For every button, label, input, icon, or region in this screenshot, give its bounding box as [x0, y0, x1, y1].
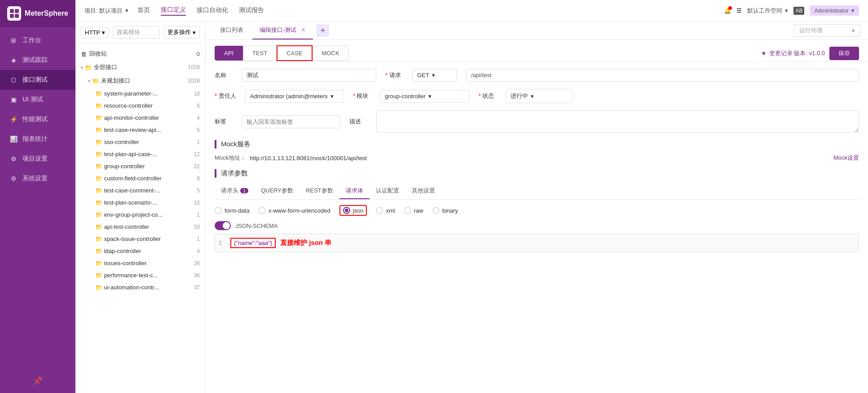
tab-test[interactable]: TEST	[243, 46, 277, 61]
nav-api-auto[interactable]: 接口自动化	[197, 6, 228, 15]
sidebar-item-project[interactable]: ⚙ 项目设置	[0, 149, 75, 169]
tree-folder-9[interactable]: 📁 test-plan-scenario-... 15	[75, 196, 205, 209]
recycle-bin[interactable]: 🗑 回收站 0	[75, 47, 205, 61]
body-type-json[interactable]: json	[339, 205, 367, 216]
main-content: API TEST CASE MOCK ★ 变更记录 版本: v1.0.0 保存	[206, 40, 868, 393]
tree-folder-13[interactable]: 📁 ldap-controller 4	[75, 245, 205, 257]
save-button[interactable]: 保存	[829, 47, 859, 60]
body-type-label: xml	[386, 207, 395, 214]
req-tab-label: 认证配置	[376, 187, 399, 195]
desc-textarea[interactable]	[376, 110, 859, 133]
json-schema-toggle[interactable]	[215, 221, 231, 230]
svg-rect-2	[10, 14, 14, 18]
sidebar-item-perf[interactable]: ⚡ 性能测试	[0, 109, 75, 129]
tree-folder-6[interactable]: 📁 group-controller 22	[75, 160, 205, 172]
sidebar-item-ui[interactable]: ▣ UI 测试	[0, 90, 75, 109]
code-area[interactable]: 1 {"name":"aaa"} 直接维护 json 串	[215, 234, 859, 252]
tab-close-icon[interactable]: ✕	[301, 26, 306, 33]
tree-folder-12[interactable]: 📁 xpack-issue-controller 1	[75, 233, 205, 245]
folder-icon: 📁	[95, 90, 102, 97]
sidebar-item-track[interactable]: ◈ 测试跟踪	[0, 50, 75, 70]
tab-mock[interactable]: MOCK	[313, 46, 349, 61]
mock-settings-link[interactable]: Mock设置	[833, 154, 859, 162]
tree-folder-3[interactable]: 📁 test-case-review-api... 5	[75, 124, 205, 136]
sidebar-item-dashboard[interactable]: ⊞ 工作台	[0, 31, 75, 50]
tree-folder-15[interactable]: 📁 performance-test-c... 36	[75, 269, 205, 281]
status-selector[interactable]: 进行中 ▾	[506, 89, 573, 103]
tree-folder-10[interactable]: 📁 env-group-project-co... 1	[75, 209, 205, 221]
folder-icon: 📁	[95, 127, 102, 133]
status-label: 状态	[479, 92, 497, 100]
search-box[interactable]: 搜索模块	[113, 26, 160, 39]
tab-case[interactable]: CASE	[277, 45, 312, 61]
user-info[interactable]: Administrator ▾	[810, 5, 859, 16]
tree-folder-0[interactable]: 📁 system-parameter-... 18	[75, 87, 205, 100]
req-tab-query[interactable]: QUERY参数	[255, 183, 300, 199]
radio-icon	[343, 207, 350, 214]
req-tab-auth[interactable]: 认证配置	[370, 183, 405, 199]
nav-home[interactable]: 首页	[137, 6, 150, 15]
req-tab-body[interactable]: 请求体	[339, 183, 370, 199]
tree-folder-5[interactable]: 📁 test-plan-api-case-... 12	[75, 148, 205, 160]
chevron-icon: ▾	[88, 79, 90, 83]
tree-folder-1[interactable]: 📁 resource-controller 6	[75, 100, 205, 112]
tree-unplanned[interactable]: ▾ 📁 未规划接口 1028	[75, 74, 205, 87]
folder-name: test-case-comment-...	[104, 187, 161, 194]
tree-folder-2[interactable]: 📁 api-monitor-controller 4	[75, 112, 205, 124]
code-content[interactable]: {"name":"aaa"}	[230, 238, 276, 248]
tab-label: 编辑接口-测试	[260, 26, 296, 33]
sidebar-item-report[interactable]: 📊 报表统计	[0, 129, 75, 149]
tree-all-apis[interactable]: ▾ 📁 全部接口 1028	[75, 61, 205, 74]
body-type-form-data[interactable]: form-data	[215, 207, 250, 214]
svg-rect-0	[10, 9, 14, 13]
folder-icon: 📁	[85, 64, 92, 71]
req-tab-label: 其他设置	[412, 187, 435, 195]
name-input[interactable]	[242, 69, 376, 82]
version-link[interactable]: ★ 变更记录 版本: v1.0.0	[761, 49, 825, 57]
http-selector[interactable]: HTTP ▾	[81, 27, 109, 38]
tree-folder-14[interactable]: 📁 issues-controller 26	[75, 257, 205, 269]
json-highlight-box: json	[339, 205, 367, 216]
tree-folder-8[interactable]: 📁 test-case-comment-... 5	[75, 184, 205, 196]
sidebar-item-system[interactable]: ⚙ 系统设置	[0, 169, 75, 188]
folder-count: 36	[194, 272, 200, 279]
req-tab-label: 请求头	[221, 187, 238, 195]
tab-api[interactable]: API	[215, 46, 243, 61]
tab-api-list[interactable]: 接口列表	[213, 22, 251, 39]
tab-edit-test[interactable]: 编辑接口-测试 ✕	[252, 22, 313, 39]
body-type-raw[interactable]: raw	[404, 207, 423, 214]
folder-icon: 📁	[95, 175, 102, 182]
app-name: MeterSphere	[25, 9, 68, 17]
tree-folder-4[interactable]: 📁 sso-controller 1	[75, 136, 205, 148]
project-selector[interactable]: 项目: 默认项目 ▾	[84, 7, 128, 15]
req-tab-other[interactable]: 其他设置	[405, 183, 441, 199]
more-ops-button[interactable]: 更多操作 ▾	[163, 26, 200, 39]
body-type-binary[interactable]: binary	[432, 207, 458, 214]
json-schema-label: JSON-SCHEMA	[235, 223, 278, 229]
path-input[interactable]	[466, 69, 859, 82]
nav-api-def[interactable]: 接口定义	[161, 6, 186, 16]
nav-test-report[interactable]: 测试报告	[239, 6, 264, 15]
topbar-right: 🔔 ☰ 默认工作空间 ▾ AB Administrator ▾	[724, 5, 859, 16]
tree-folder-7[interactable]: 📁 custom-field-controller 9	[75, 172, 205, 184]
body-type-xml[interactable]: xml	[376, 207, 395, 214]
folder-icon: 📁	[95, 151, 102, 157]
sidebar-item-label: 项目设置	[22, 155, 48, 163]
tag-input[interactable]	[242, 115, 340, 128]
run-env-selector[interactable]: 运行环境 ▾	[793, 24, 861, 37]
pin-icon[interactable]: 📌	[33, 376, 43, 386]
ab-icon: AB	[793, 7, 804, 15]
tree-folder-16[interactable]: 📁 ui-automation-contr... 37	[75, 281, 205, 293]
responsible-selector[interactable]: Administrator (admin@meters ▾	[245, 90, 344, 103]
tab-add-button[interactable]: +	[317, 24, 329, 37]
body-type-urlencoded[interactable]: x-www-form-urlencoded	[259, 207, 330, 214]
sidebar-item-api[interactable]: ⬡ 接口测试	[0, 70, 75, 90]
req-tab-rest[interactable]: REST参数	[300, 183, 339, 199]
module-selector[interactable]: group-controller ▾	[380, 90, 470, 103]
req-tab-header[interactable]: 请求头 1	[215, 183, 255, 199]
method-selector[interactable]: GET ▾	[412, 69, 457, 82]
notification-icon[interactable]: 🔔	[724, 7, 731, 14]
tree-folder-11[interactable]: 📁 api-test-controller 33	[75, 221, 205, 233]
workspace-selector[interactable]: 默认工作空间 ▾	[747, 7, 788, 15]
menu-icon[interactable]: ☰	[736, 7, 742, 14]
